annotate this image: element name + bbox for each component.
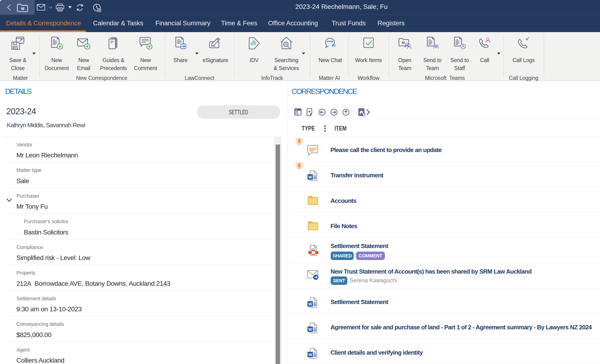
svg-text:AI: AI — [332, 43, 336, 48]
svg-text:W: W — [308, 175, 312, 179]
svg-text:M: M — [21, 7, 24, 11]
svg-text:M: M — [402, 41, 404, 45]
svg-text:W: W — [308, 302, 312, 306]
svg-text:W: W — [308, 353, 312, 357]
svg-text:W: W — [308, 327, 312, 332]
